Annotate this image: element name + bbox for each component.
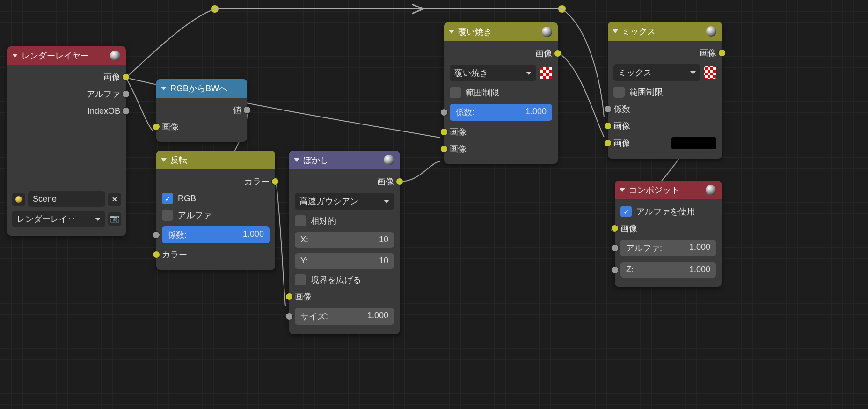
socket-in-size[interactable] [285,313,293,320]
node-rgb-to-bw[interactable]: RGBからBWへ 値 画像 [156,79,247,142]
node-blur[interactable]: ぼかし 画像 高速ガウシアン 相対的 X:10 Y:10 境界を広げる 画像 サ… [289,151,400,334]
socket-in-image2[interactable] [604,139,612,147]
checkbox-rgb[interactable] [162,193,173,204]
input-label: カラー [162,249,187,260]
node-title: ぼかし [303,154,328,166]
node-render-layers[interactable]: レンダーレイヤー 画像 アルファ IndexOB Scene レンダーレイ‥ [7,46,126,236]
node-title: レンダーレイヤー [22,50,89,61]
checkbox-label: アルファを使用 [636,206,695,217]
color-swatch[interactable] [671,137,716,149]
checkbox-use-alpha[interactable] [620,206,632,217]
output-label: 値 [233,104,241,116]
preview-icon[interactable] [706,26,716,37]
input-label: 画像 [620,223,637,234]
collapse-icon[interactable] [12,54,18,58]
socket-out-image[interactable] [554,50,562,57]
alpha-field[interactable]: アルファ:1.000 [620,240,716,256]
y-field[interactable]: Y:10 [295,253,394,269]
output-label: 画像 [535,48,552,59]
scene-icon[interactable] [12,193,25,206]
chevron-down-icon [384,200,389,203]
checkbox-alpha[interactable] [162,210,173,221]
collapse-icon[interactable] [294,158,299,162]
fac-field[interactable]: 係数:1.000 [162,226,270,243]
socket-out-image[interactable] [396,178,403,185]
node-header[interactable]: 反転 [156,151,275,169]
socket-in-image1[interactable] [604,122,612,130]
alpha-icon[interactable] [540,67,552,79]
socket-out-indexob[interactable] [122,107,130,115]
node-header[interactable]: RGBからBWへ [156,79,247,98]
socket-out-value[interactable] [243,106,251,114]
output-label: IndexOB [88,106,120,116]
output-label: アルファ [87,88,120,100]
socket-in-z[interactable] [611,266,619,274]
node-invert[interactable]: 反転 カラー RGB アルファ 係数:1.000 カラー [156,151,275,270]
render-layer-dropdown[interactable]: レンダーレイ‥ [12,211,105,227]
preview-icon[interactable] [542,27,552,37]
socket-in-fac[interactable] [440,109,448,116]
node-header[interactable]: レンダーレイヤー [7,46,126,65]
socket-in-fac[interactable] [153,231,160,239]
input-label: 画像 [450,143,467,154]
preview-icon[interactable] [706,185,716,195]
collapse-icon[interactable] [620,188,625,192]
blend-mode-dropdown[interactable]: 覆い焼き [450,65,536,81]
socket-in-alpha[interactable] [611,244,619,252]
chevron-down-icon [690,71,696,74]
output-label: 画像 [700,47,716,58]
preview-icon[interactable] [110,51,120,61]
chevron-down-icon [526,72,532,75]
node-header[interactable]: ぼかし [289,151,400,169]
blur-method-dropdown[interactable]: 高速ガウシアン [295,193,394,210]
input-label: 係数 [613,103,630,115]
output-label: カラー [244,176,270,187]
socket-out-image[interactable] [122,73,130,81]
preview-icon[interactable] [384,155,394,165]
input-label: 画像 [613,138,630,149]
blend-mode-dropdown[interactable]: ミックス [613,64,700,81]
socket-out-image[interactable] [718,49,726,57]
checkbox-clamp[interactable] [613,87,625,98]
socket-out-alpha[interactable] [122,90,130,98]
collapse-icon[interactable] [161,158,167,162]
z-field[interactable]: Z:1.000 [620,262,716,278]
socket-in-image2[interactable] [440,145,448,153]
node-header[interactable]: ミックス [608,22,722,41]
checkbox-label: アルファ [178,210,212,221]
node-title: RGBからBWへ [170,83,227,94]
fac-field[interactable]: 係数:1.000 [450,104,552,121]
svg-point-1 [558,5,566,13]
size-field[interactable]: サイズ:1.000 [295,308,394,325]
checkbox-label: RGB [178,194,196,204]
socket-in-image[interactable] [611,225,619,232]
socket-in-fac[interactable] [604,105,612,113]
checkbox-label: 相対的 [311,215,336,226]
collapse-icon[interactable] [161,87,167,90]
node-mix[interactable]: ミックス 画像 ミックス 範囲制限 係数 画像 画像 [608,22,722,159]
socket-in-image[interactable] [285,293,293,300]
camera-icon[interactable] [108,212,121,226]
node-composite[interactable]: コンポジット アルファを使用 画像 アルファ:1.000 Z:1.000 [615,181,722,287]
x-field[interactable]: X:10 [295,232,394,248]
socket-out-color[interactable] [271,178,279,185]
socket-in-color[interactable] [153,251,160,258]
input-label: 画像 [162,121,179,132]
checkbox-clamp[interactable] [450,87,461,98]
collapse-icon[interactable] [449,30,454,34]
input-label: 画像 [295,291,312,302]
node-title: ミックス [622,26,656,37]
collapse-icon[interactable] [613,29,618,33]
checkbox-relative[interactable] [295,215,306,226]
alpha-icon[interactable] [704,66,716,79]
socket-in-image[interactable] [153,123,160,131]
node-dodge[interactable]: 覆い焼き 画像 覆い焼き 範囲制限 係数:1.000 画像 画像 [444,22,558,164]
node-header[interactable]: コンポジット [615,181,722,199]
node-title: 反転 [170,154,187,166]
node-title: 覆い焼き [458,26,492,37]
node-header[interactable]: 覆い焼き [444,22,558,41]
socket-in-image1[interactable] [440,128,448,136]
checkbox-extend[interactable] [295,274,306,285]
scene-dropdown[interactable]: Scene [28,191,105,207]
clear-icon[interactable] [108,193,121,206]
